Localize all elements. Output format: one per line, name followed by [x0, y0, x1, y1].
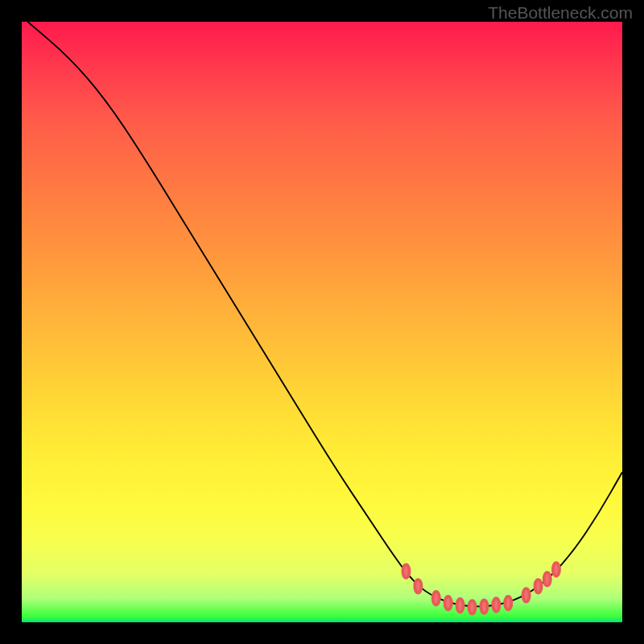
marker-dot [402, 564, 409, 577]
watermark-text: TheBottleneck.com [488, 3, 633, 23]
marker-dot [544, 572, 551, 585]
marker-dot [481, 600, 487, 613]
marker-dot [505, 597, 511, 609]
marker-dot [493, 598, 499, 611]
marker-dot [523, 588, 530, 601]
bottleneck-curve [27, 22, 622, 606]
chart-svg [22, 22, 622, 622]
marker-dot [553, 563, 559, 576]
chart-container: TheBottleneck.com [0, 0, 644, 644]
marker-dot [456, 599, 463, 612]
marker-dot [433, 592, 440, 605]
marker-dot [415, 580, 421, 592]
marker-dot [469, 601, 475, 613]
marker-dot [535, 580, 541, 592]
curve-markers [402, 563, 559, 613]
marker-dot [445, 597, 452, 609]
